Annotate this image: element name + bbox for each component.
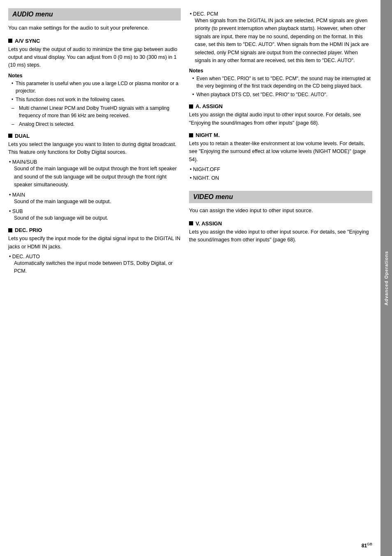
v-assign-body: Lets you assign the video input to other… <box>189 228 372 244</box>
night-bullet-1: NIGHT. ON <box>189 175 372 181</box>
a-assign-body: Lets you assign the digital audio input … <box>189 111 372 127</box>
dec-pcm-note-0: Even when "DEC. PRIO" is set to "DEC. PC… <box>192 75 372 90</box>
av-sync-notes: This parameter is useful when you use a … <box>8 80 181 128</box>
dual-bullet-label-1: MAIN <box>8 192 25 198</box>
video-menu-header: VIDEO menu <box>189 191 372 203</box>
left-column: AUDIO menu You can make settings for the… <box>8 8 181 548</box>
dec-pcm-body: When signals from the DIGITAL IN jack ar… <box>189 17 372 65</box>
av-sync-title: A/V SYNC <box>8 38 181 44</box>
dec-prio-body: Lets you specify the input mode for the … <box>8 235 181 251</box>
page-number: 81GB <box>362 542 372 549</box>
note-sub-item: Analog Direct is selected. <box>12 120 181 128</box>
night-m-title: NIGHT M. <box>189 132 372 138</box>
dec-pcm-section: DEC. PCM When signals from the DIGITAL I… <box>189 11 372 65</box>
dual-bullet-label-0: MAIN/SUB <box>8 159 37 165</box>
note-item: This parameter is useful when you use a … <box>12 80 181 95</box>
dual-icon <box>8 134 12 138</box>
video-intro: You can assign the video input to other … <box>189 206 372 215</box>
dec-pcm-label: DEC. PCM <box>189 11 218 17</box>
night-bullet-label-1: NIGHT. ON <box>189 175 219 181</box>
night-m-body: Lets you to retain a theater-like enviro… <box>189 140 372 164</box>
dec-prio-bullet-0: DEC. AUTO Automatically switches the inp… <box>8 253 181 276</box>
a-assign-icon <box>189 104 193 109</box>
dec-prio-bullet-label-0: DEC. AUTO <box>8 254 40 259</box>
dual-bullet-label-2: SUB <box>8 208 23 214</box>
night-bullet-label-0: NIGHT.OFF <box>189 167 220 172</box>
dual-title: DUAL <box>8 133 181 139</box>
side-tab-label: Advanced Operations <box>384 251 389 306</box>
dec-prio-bullet-desc-0: Automatically switches the input mode be… <box>8 259 181 276</box>
note-sub-item: Multi channel Linear PCM and Dolby TrueH… <box>12 104 181 119</box>
dual-bullet-0: MAIN/SUB Sound of the main language will… <box>8 159 181 189</box>
dual-bullet-desc-0: Sound of the main language will be outpu… <box>8 165 181 189</box>
night-m-icon <box>189 133 193 137</box>
video-menu-section: VIDEO menu You can assign the video inpu… <box>189 191 372 244</box>
a-assign-title: A. ASSIGN <box>189 103 372 109</box>
side-tab: Advanced Operations <box>380 0 392 556</box>
dec-pcm-notes-title: Notes <box>189 68 372 74</box>
audio-intro: You can make settings for the audio to s… <box>8 24 181 32</box>
right-column: DEC. PCM When signals from the DIGITAL I… <box>189 8 372 548</box>
dual-bullet-desc-2: Sound of the sub language will be output… <box>8 214 181 222</box>
dual-bullet-2: SUB Sound of the sub language will be ou… <box>8 208 181 222</box>
av-sync-icon <box>8 39 12 43</box>
v-assign-title: V. ASSIGN <box>189 220 372 227</box>
av-sync-body: Lets you delay the output of audio to mi… <box>8 46 181 70</box>
av-sync-notes-title: Notes <box>8 73 181 79</box>
dec-prio-icon <box>8 228 12 232</box>
audio-menu-header: AUDIO menu <box>8 8 181 21</box>
dual-body: Lets you select the language you want to… <box>8 141 181 157</box>
v-assign-icon <box>189 221 193 225</box>
dec-pcm-note-1: When playback DTS CD, set "DEC. PRIO" to… <box>192 91 372 98</box>
dual-bullet-desc-1: Sound of the main language will be outpu… <box>8 198 181 206</box>
dual-bullet-1: MAIN Sound of the main language will be … <box>8 192 181 206</box>
night-bullet-0: NIGHT.OFF <box>189 166 372 172</box>
dec-pcm-notes: Even when "DEC. PRIO" is set to "DEC. PC… <box>189 75 372 98</box>
dec-prio-title: DEC. PRIO <box>8 227 181 233</box>
note-item: This function does not work in the follo… <box>12 96 181 103</box>
